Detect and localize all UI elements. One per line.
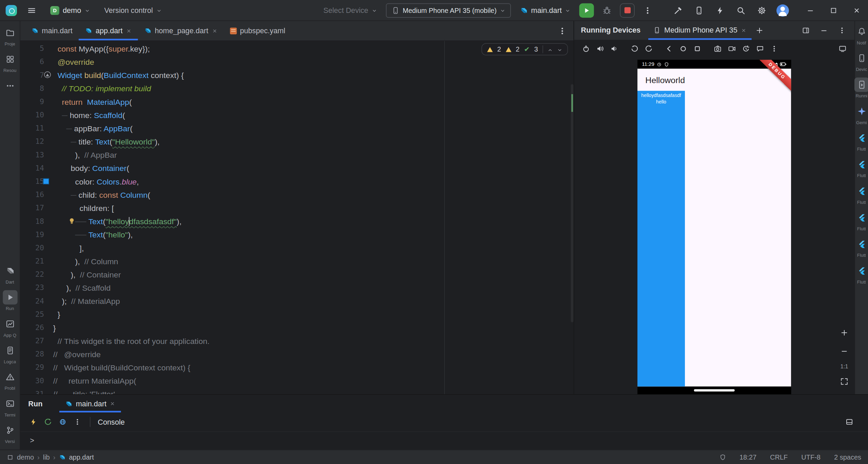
tab-main-dart[interactable]: main.dart bbox=[25, 21, 79, 40]
android-back-button[interactable] bbox=[663, 43, 675, 55]
sidebar-item-flutter-deep-links[interactable]: Flutt bbox=[855, 264, 868, 285]
breadcrumb-file[interactable]: app.dart bbox=[69, 453, 94, 461]
close-tab-icon[interactable] bbox=[741, 28, 747, 33]
sidebar-item-flutter-performance[interactable]: Flutt bbox=[855, 184, 868, 205]
device-manager-button[interactable] bbox=[691, 2, 707, 18]
inspections-widget[interactable]: 2 2 ✔ 3 bbox=[481, 43, 568, 55]
code-line[interactable]: 10 ─ home: Scaffold( bbox=[20, 109, 574, 122]
line-number[interactable]: 8 bbox=[20, 82, 53, 95]
zoom-fit-button[interactable] bbox=[838, 375, 851, 388]
line-number[interactable]: 19 bbox=[20, 228, 53, 241]
code-line[interactable]: 6 @override bbox=[20, 55, 574, 69]
sidebar-item-version-control[interactable]: Versi bbox=[0, 423, 20, 444]
hide-panel-button[interactable] bbox=[816, 23, 832, 38]
close-window-button[interactable] bbox=[845, 0, 868, 20]
run-console[interactable]: > bbox=[20, 431, 868, 450]
flutter-app-surface[interactable]: Helloworld helloydfasdsafasdf hello bbox=[637, 69, 791, 386]
line-number[interactable]: 12 bbox=[20, 135, 53, 148]
code-line[interactable]: 25 } bbox=[20, 308, 574, 321]
intention-bulb-icon[interactable] bbox=[68, 217, 76, 225]
tab-app-dart[interactable]: app.dart bbox=[79, 21, 138, 40]
panel-layout-button[interactable] bbox=[798, 23, 814, 38]
sidebar-item-flutter-outline[interactable]: Flutt bbox=[855, 131, 868, 152]
sidebar-item-app-quality-insights[interactable]: App Q bbox=[0, 317, 20, 338]
line-number[interactable]: 11 bbox=[20, 122, 53, 135]
more-tool-windows-button[interactable] bbox=[0, 79, 20, 95]
line-number[interactable]: 5 bbox=[20, 42, 53, 55]
sidebar-item-run[interactable]: Run bbox=[0, 290, 20, 311]
rotate-left-button[interactable] bbox=[628, 43, 641, 55]
code-line[interactable]: 23 ), // Scaffold bbox=[20, 281, 574, 294]
run-button[interactable] bbox=[579, 3, 594, 17]
line-number[interactable]: 28 bbox=[20, 348, 53, 361]
color-preview-swatch[interactable] bbox=[43, 178, 49, 185]
status-indicator-icon[interactable] bbox=[719, 454, 726, 461]
gesture-pill[interactable] bbox=[694, 389, 735, 392]
line-number[interactable]: 14 bbox=[20, 162, 53, 175]
android-home-button[interactable] bbox=[677, 43, 690, 55]
device-more-button[interactable] bbox=[768, 43, 781, 55]
line-number[interactable]: 10 bbox=[20, 109, 53, 122]
sidebar-item-logcat[interactable]: Logca bbox=[0, 343, 20, 364]
sidebar-item-flutter-property-editor[interactable]: Flutt bbox=[855, 210, 868, 231]
code-line[interactable]: 20 ], bbox=[20, 241, 574, 255]
line-separator[interactable]: CRLF bbox=[770, 453, 788, 461]
select-device-dropdown[interactable]: Select Device bbox=[319, 3, 381, 17]
code-line[interactable]: 11 ─ appBar: AppBar( bbox=[20, 122, 574, 135]
line-number[interactable]: 20 bbox=[20, 241, 53, 255]
volume-down-button[interactable] bbox=[608, 43, 620, 55]
code-line[interactable]: 26} bbox=[20, 321, 574, 334]
editor[interactable]: 5 const MyApp({super.key});6 @override7 … bbox=[20, 41, 574, 394]
run-tab-main-dart[interactable]: main.dart bbox=[59, 395, 121, 412]
code-line[interactable]: 29// Widget build(BuildContext context) … bbox=[20, 361, 574, 374]
screen-record-button[interactable] bbox=[726, 43, 738, 55]
zoom-in-button[interactable] bbox=[838, 327, 851, 339]
close-tab-icon[interactable] bbox=[110, 401, 116, 406]
open-devtools-button[interactable] bbox=[57, 416, 69, 428]
main-menu-button[interactable] bbox=[24, 2, 40, 18]
line-number[interactable]: 18 bbox=[20, 215, 53, 228]
indent-setting[interactable]: 2 spaces bbox=[834, 453, 861, 461]
sidebar-item-running-devices[interactable]: Runni bbox=[855, 78, 868, 99]
code-line[interactable]: 21 ), // Column bbox=[20, 255, 574, 268]
sidebar-item-device-manager[interactable]: Devic bbox=[855, 51, 868, 72]
code-line[interactable]: 13 ), // AppBar bbox=[20, 148, 574, 161]
android-overview-button[interactable] bbox=[691, 43, 704, 55]
line-number[interactable]: 17 bbox=[20, 201, 53, 215]
line-number[interactable]: 13 bbox=[20, 148, 53, 161]
line-number[interactable]: 9 bbox=[20, 95, 53, 109]
code-line[interactable]: 27 // This widget is the root of your ap… bbox=[20, 334, 574, 348]
console-tab[interactable]: Console bbox=[98, 418, 125, 426]
console-more-button[interactable] bbox=[71, 416, 84, 428]
line-number[interactable]: 16 bbox=[20, 188, 53, 201]
maximize-window-button[interactable] bbox=[822, 0, 845, 20]
run-config-dropdown[interactable]: main.dart bbox=[516, 3, 574, 17]
sidebar-item-dart-analysis[interactable]: Dart bbox=[0, 264, 20, 285]
project-selector[interactable]: D demo bbox=[46, 3, 94, 17]
rotate-right-button[interactable] bbox=[643, 43, 655, 55]
close-tab-icon[interactable] bbox=[126, 28, 132, 33]
line-number[interactable]: 6 bbox=[20, 55, 53, 69]
prev-problem-icon[interactable] bbox=[548, 47, 553, 53]
device-tab[interactable]: Medium Phone API 35 bbox=[648, 21, 751, 40]
tab-pubspec-yaml[interactable]: pubspec.yaml bbox=[223, 21, 291, 40]
zoom-reset-button[interactable]: 1:1 bbox=[840, 363, 848, 369]
breadcrumb-project[interactable]: demo bbox=[17, 453, 34, 461]
build-button[interactable] bbox=[670, 2, 686, 18]
device-mirror-button[interactable] bbox=[836, 43, 849, 55]
line-number[interactable]: 24 bbox=[20, 294, 53, 308]
code-line[interactable]: 8 // TODO: implement build bbox=[20, 82, 574, 95]
sidebar-item-flutter-inspector[interactable]: Flutt bbox=[855, 157, 868, 178]
screenshot-button[interactable] bbox=[711, 43, 724, 55]
line-number[interactable]: 25 bbox=[20, 308, 53, 321]
snapshot-button[interactable] bbox=[740, 43, 752, 55]
code-line[interactable]: 31// title: 'Flutter', bbox=[20, 388, 574, 394]
code-line[interactable]: 16 ─ child: const Column( bbox=[20, 188, 574, 201]
line-number[interactable]: 31 bbox=[20, 388, 53, 394]
zoom-out-button[interactable] bbox=[838, 345, 851, 357]
code-line[interactable]: 30// return MaterialApp( bbox=[20, 374, 574, 388]
sidebar-item-terminal[interactable]: Termi bbox=[0, 397, 20, 418]
code-line[interactable]: 15 color: Colors.blue, bbox=[20, 175, 574, 188]
sidebar-item-flutter-coverage[interactable]: Flutt bbox=[855, 237, 868, 258]
hot-restart-button[interactable] bbox=[42, 416, 54, 428]
